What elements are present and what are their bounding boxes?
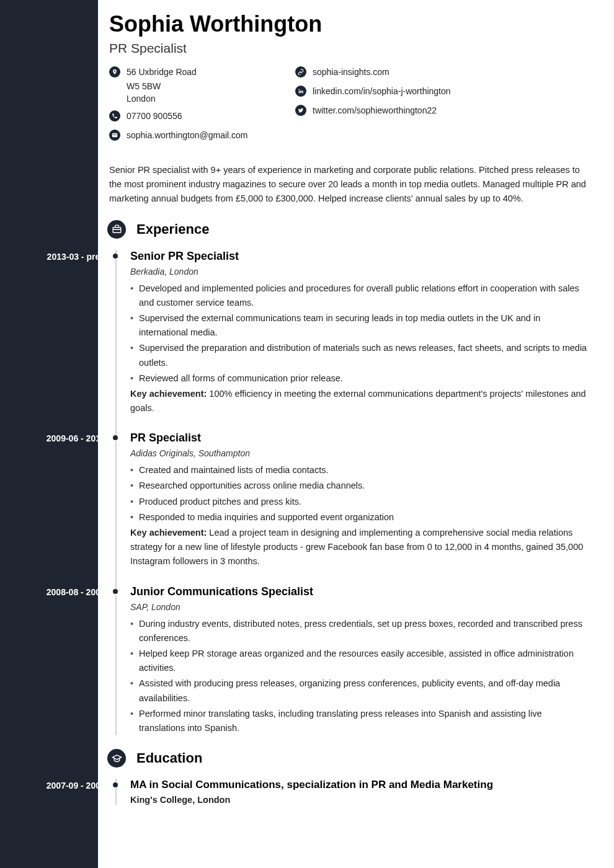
job-bullets: During industry events, distributed note…	[130, 617, 589, 736]
education-entry: 2007-09 - 2008-07 MA in Social Communica…	[130, 779, 589, 805]
education-title: Education	[136, 750, 202, 766]
resume-page: Sophia Worthington PR Specialist 56 Uxbr…	[0, 0, 614, 868]
bullet: Helped keep PR storage areas organized a…	[130, 647, 589, 675]
bullet: Assisted with producing press releases, …	[130, 676, 589, 705]
key-achievement: Key achievement: 100% efficiency in meet…	[130, 387, 589, 415]
key-achievement: Key achievement: Lead a project team in …	[130, 526, 589, 569]
job-title: Junior Communications Specialist	[130, 585, 589, 598]
key-label: Key achievement:	[130, 528, 207, 538]
bullet: During industry events, distributed note…	[130, 617, 589, 645]
website-text: sophia-insights.com	[313, 66, 389, 79]
briefcase-icon	[107, 220, 126, 239]
person-title: PR Specialist	[109, 41, 589, 56]
email-text: sophia.worthington@gmail.com	[127, 129, 248, 142]
phone-icon	[109, 110, 120, 122]
contact-twitter: twitter.com/sophieworthington22	[295, 104, 456, 117]
phone-text: 07700 900556	[127, 110, 182, 123]
bullet: Researched opportunities across online m…	[130, 479, 589, 493]
twitter-text: twitter.com/sophieworthington22	[313, 104, 437, 117]
experience-timeline: 2013-03 - present Senior PR Specialist B…	[109, 250, 589, 736]
education-header: Education	[109, 749, 589, 768]
main-content: Sophia Worthington PR Specialist 56 Uxbr…	[98, 0, 614, 868]
key-label: Key achievement:	[130, 389, 207, 399]
address-line2: W5 5BW	[127, 81, 270, 91]
bullet: Produced product pitches and press kits.	[130, 495, 589, 509]
person-name: Sophia Worthington	[109, 11, 589, 37]
bullet: Created and maintained lists of media co…	[130, 463, 589, 477]
linkedin-icon	[295, 86, 306, 97]
entry-dates: 2013-03 - present	[32, 252, 124, 262]
bullet: Supervised the external communications t…	[130, 311, 589, 340]
job-title: PR Specialist	[130, 432, 589, 445]
contact-left: 56 Uxbridge Road W5 5BW London 07700 900…	[109, 66, 270, 148]
entry-dates: 2007-09 - 2008-07	[32, 781, 124, 790]
contact-section: 56 Uxbridge Road W5 5BW London 07700 900…	[109, 66, 589, 148]
entry-dates: 2008-08 - 2009-06	[32, 587, 124, 597]
contact-website: sophia-insights.com	[295, 66, 456, 79]
job-bullets: Developed and implemented policies and p…	[130, 281, 589, 386]
timeline-dot	[113, 254, 118, 259]
contact-phone: 07700 900556	[109, 110, 270, 123]
linkedin-text: linkedin.com/in/sophia-j-worthington	[313, 85, 451, 98]
bullet: Responded to media inquiries and support…	[130, 510, 589, 525]
education-timeline: 2007-09 - 2008-07 MA in Social Communica…	[109, 779, 589, 805]
experience-entry: 2009-06 - 2013-03 PR Specialist Adidas O…	[130, 432, 589, 569]
experience-title: Experience	[136, 221, 209, 237]
experience-entry: 2008-08 - 2009-06 Junior Communications …	[130, 585, 589, 736]
experience-entry: 2013-03 - present Senior PR Specialist B…	[130, 250, 589, 416]
job-company: Adidas Originals, Southampton	[130, 448, 589, 458]
contact-address: 56 Uxbridge Road	[109, 66, 270, 79]
address-line3: London	[127, 94, 270, 104]
entry-dates: 2009-06 - 2013-03	[32, 433, 124, 443]
location-icon	[109, 66, 120, 78]
contact-linkedin: linkedin.com/in/sophia-j-worthington	[295, 85, 456, 98]
bullet: Performed minor translating tasks, inclu…	[130, 707, 589, 735]
bullet: Supervised the preparation and distribut…	[130, 341, 589, 370]
bullet: Developed and implemented policies and p…	[130, 281, 589, 310]
experience-header: Experience	[109, 220, 589, 239]
twitter-icon	[295, 105, 306, 116]
timeline-dot	[113, 589, 118, 594]
summary-text: Senior PR specialist with 9+ years of ex…	[109, 163, 589, 206]
address-text: 56 Uxbridge Road	[127, 66, 197, 79]
graduation-cap-icon	[107, 749, 126, 768]
job-company: Berkadia, London	[130, 267, 589, 277]
job-title: Senior PR Specialist	[130, 250, 589, 263]
email-icon	[109, 130, 120, 141]
job-bullets: Created and maintained lists of media co…	[130, 463, 589, 525]
bullet: Reviewed all forms of communication prio…	[130, 371, 589, 386]
job-company: SAP, London	[130, 602, 589, 612]
timeline-dot	[113, 782, 118, 787]
degree-title: MA in Social Communications, specializat…	[130, 779, 589, 791]
address-line1: 56 Uxbridge Road	[127, 66, 197, 79]
contact-right: sophia-insights.com linkedin.com/in/soph…	[295, 66, 456, 148]
school-name: King's College, London	[130, 795, 589, 805]
link-icon	[295, 66, 306, 78]
contact-email: sophia.worthington@gmail.com	[109, 129, 270, 142]
